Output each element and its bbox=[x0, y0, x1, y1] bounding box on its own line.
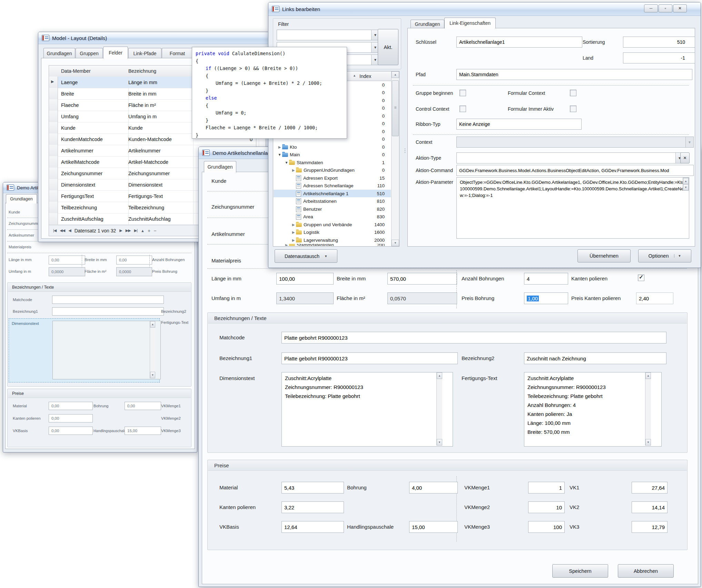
small-matchcode-input[interactable] bbox=[52, 296, 164, 304]
handling-input[interactable]: 15,00 bbox=[409, 521, 458, 533]
row-selector[interactable] bbox=[49, 88, 58, 99]
breite-input[interactable]: 570,00 bbox=[387, 273, 457, 285]
small-breite-input[interactable]: 0,00 bbox=[116, 256, 152, 265]
row-selector[interactable] bbox=[49, 213, 58, 225]
aktion-parameter-scroll[interactable]: ▲ ▼ bbox=[683, 178, 689, 191]
optionen-button[interactable]: Optionen ▼ bbox=[638, 249, 691, 262]
model-tab-format[interactable]: Format bbox=[162, 48, 193, 59]
formular-immer-aktiv-checkbox[interactable] bbox=[570, 106, 576, 112]
model-tab-link-pfade[interactable]: Link-Pfade bbox=[128, 48, 161, 59]
model-tab-gruppen[interactable]: Gruppen bbox=[76, 48, 103, 59]
minimize-icon[interactable]: ─ bbox=[644, 4, 658, 12]
matchcode-input[interactable]: Platte gebohrt R900000123 bbox=[281, 332, 666, 343]
small-dimensionstext-textarea[interactable] bbox=[52, 321, 161, 379]
uebernehmen-button[interactable]: Übernehmen bbox=[577, 249, 631, 262]
row-selector[interactable] bbox=[49, 179, 58, 190]
tree-item-area[interactable]: Area830 bbox=[274, 213, 391, 220]
row-selector[interactable] bbox=[49, 190, 58, 202]
nav-add-button[interactable]: + bbox=[148, 228, 150, 233]
bohrung-input[interactable]: 4,00 bbox=[409, 482, 458, 494]
preis-kanten-input[interactable]: 2,40 bbox=[636, 292, 673, 304]
bezeichnung1-input[interactable]: Platte gebohrt R900000123 bbox=[281, 352, 458, 364]
nav-next-button[interactable]: ▶ bbox=[119, 228, 122, 233]
collapsed-icon[interactable]: ▶ bbox=[277, 145, 282, 149]
abbrechen-button[interactable]: Abbrechen bbox=[618, 564, 674, 578]
row-selector[interactable] bbox=[49, 111, 58, 122]
dimensionstext-textarea[interactable]: Zuschnitt:Acrylplatte Zeichnungsnummer: … bbox=[281, 372, 453, 447]
nav-up-button[interactable]: ▲ bbox=[141, 229, 144, 233]
row-selector[interactable] bbox=[49, 168, 58, 179]
aktion-parameter-textarea[interactable]: ObjectType:=GGDev.OfficeLine.Kto.GGDemo.… bbox=[456, 177, 689, 239]
fertigungstext-scrollbar[interactable]: ▲ ▼ bbox=[645, 372, 651, 446]
datenaustausch-button[interactable]: Datenaustausch ▼ bbox=[275, 249, 337, 263]
model-tab-felder[interactable]: Felder bbox=[103, 47, 128, 59]
tree-item-stammdatenlisten[interactable]: ▶ Stammdatenlisten200 bbox=[274, 244, 391, 246]
aktion-type-clear-icon[interactable]: ✕ bbox=[680, 152, 690, 163]
row-selector[interactable] bbox=[49, 99, 58, 111]
small-kanten-input[interactable]: 0,00 bbox=[49, 414, 93, 422]
small-material-input[interactable]: 0,00 bbox=[49, 402, 93, 410]
small-dimensionstext-scrollbar[interactable]: ▲ ▼ bbox=[150, 321, 155, 378]
schluessel-input[interactable]: Artikelschnellanlage1 bbox=[456, 37, 582, 48]
row-selector[interactable] bbox=[49, 122, 58, 133]
expanded-icon[interactable]: ▼ bbox=[277, 153, 282, 157]
row-selector[interactable] bbox=[49, 202, 58, 213]
links-tab-grundlagen[interactable]: Grundlagen bbox=[411, 20, 444, 29]
aktion-command-input[interactable]: GGDev.Framework.Business.Model.Actions.B… bbox=[456, 165, 694, 176]
collapsed-icon[interactable]: ▶ bbox=[291, 223, 296, 227]
tree-item-benutzer[interactable]: Benutzer820 bbox=[274, 205, 391, 213]
vkbasis-input[interactable]: 12,64 bbox=[281, 521, 344, 533]
tree-item-adressen-export[interactable]: Adressen Export15 bbox=[274, 174, 391, 182]
row-selector[interactable] bbox=[49, 77, 58, 88]
formular-context-checkbox[interactable] bbox=[570, 90, 576, 96]
small-tab-grundlagen[interactable]: Grundlagen bbox=[6, 194, 37, 203]
aktion-type-combo[interactable] bbox=[456, 152, 684, 163]
tree-item-arbeitsstationen[interactable]: Arbeitsstationen810 bbox=[274, 197, 391, 205]
collapsed-icon[interactable]: ▶ bbox=[291, 238, 296, 242]
vk1-input[interactable]: 27,64 bbox=[632, 482, 668, 494]
tree-item-adressen-schnellanlage[interactable]: Adressen Schnellanlage110 bbox=[274, 182, 391, 189]
small-laenge-input[interactable]: 0,00 bbox=[49, 256, 85, 265]
links-tab-link-eigenschaften[interactable]: Link-Eigenschaften bbox=[444, 18, 496, 29]
vkmenge1-input[interactable]: 1 bbox=[528, 482, 565, 494]
col-header-data-member[interactable]: Data-Member bbox=[58, 66, 129, 77]
tree-item-artikelschnellanlage-1[interactable]: Artikelschnellanlage 1510 bbox=[274, 190, 391, 197]
nav-next-group-button[interactable]: ▶▶ bbox=[126, 228, 131, 233]
nav-prev-button[interactable]: ◀ bbox=[68, 228, 71, 233]
speichern-button[interactable]: Speichern bbox=[552, 564, 608, 578]
small-bezeichnung1-input[interactable] bbox=[52, 307, 164, 316]
nav-remove-button[interactable]: − bbox=[154, 228, 156, 233]
nav-last-button[interactable]: ▶| bbox=[134, 228, 137, 233]
akt-button[interactable]: Akt. bbox=[378, 29, 398, 65]
control-context-checkbox[interactable] bbox=[459, 106, 466, 112]
filter-combo-1[interactable] bbox=[277, 30, 379, 40]
row-selector[interactable] bbox=[49, 145, 58, 156]
laenge-input[interactable]: 100,00 bbox=[276, 273, 334, 285]
small-bohrung-input[interactable]: 0,00 bbox=[125, 402, 161, 410]
close-icon[interactable]: ✕ bbox=[673, 4, 687, 12]
small-dimensionstext-selected[interactable]: Dimensionstext ▲ ▼ bbox=[9, 318, 160, 382]
tree-item-stammdaten[interactable]: ▼ Stammdaten1 bbox=[274, 159, 391, 166]
nav-prev-group-button[interactable]: ◀◀ bbox=[60, 228, 65, 233]
bezeichnung2-input[interactable]: Zuschnitt nach Zeichnung bbox=[524, 352, 666, 364]
maximize-icon[interactable]: ▫ bbox=[659, 4, 672, 12]
links-titlebar[interactable]: Links bearbeiten bbox=[268, 2, 701, 16]
tree-scrollbar[interactable]: ▲ ▼ bbox=[391, 71, 399, 246]
tree-item-gruppen-und-verbaende[interactable]: ▶ Gruppen und Verbände1400 bbox=[274, 221, 391, 228]
tree-index-header[interactable]: Index bbox=[356, 71, 394, 81]
kanten-preis-input[interactable]: 3,22 bbox=[281, 501, 344, 513]
ribbon-typ-combo[interactable]: Keine Anzeige bbox=[456, 119, 582, 130]
small-handling-input[interactable]: 15,00 bbox=[125, 427, 161, 435]
expanded-icon[interactable]: ▼ bbox=[284, 161, 289, 165]
splitter-handle[interactable]: ⋮ bbox=[402, 147, 408, 154]
demo-tab-grundlagen[interactable]: Grundlagen bbox=[204, 161, 236, 172]
material-input[interactable]: 5,43 bbox=[281, 482, 344, 494]
land-spinner[interactable]: -1 bbox=[623, 52, 695, 63]
tree-item-gruppenundgrundlagen[interactable]: ▶ GruppenUndGrundlagen0 bbox=[274, 166, 391, 174]
model-titlebar[interactable]: Model - Layout (Details) bbox=[38, 32, 269, 44]
sortierung-spinner[interactable]: 510 bbox=[623, 37, 695, 48]
small-vkbasis-input[interactable]: 0,00 bbox=[49, 427, 93, 435]
vkmenge2-input[interactable]: 10 bbox=[528, 501, 565, 513]
vk3-input[interactable]: 12,79 bbox=[632, 521, 668, 533]
tree-item-logistik[interactable]: ▶ Logistik1600 bbox=[274, 228, 391, 236]
